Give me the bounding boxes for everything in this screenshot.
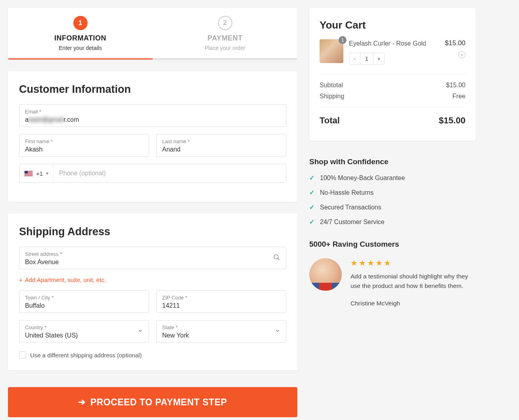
progress-bar bbox=[8, 58, 297, 59]
customer-info-card: Customer Information Email * akash@gmail… bbox=[8, 71, 297, 202]
testimonial-section: 5000+ Raving Customers ★★★★★ Add a testi… bbox=[309, 240, 476, 307]
qty-value: 1 bbox=[360, 53, 373, 64]
first-name-label: First name * bbox=[25, 138, 143, 144]
step-subtitle: Place your order bbox=[157, 45, 293, 51]
email-blurred: kash@gmail bbox=[29, 116, 63, 123]
shipping-heading: Shipping Address bbox=[19, 226, 286, 238]
city-label: Town / City * bbox=[25, 295, 143, 301]
add-apartment-label: Add Apartment, suite, unit, etc. bbox=[25, 276, 106, 283]
confidence-item: ✓ Secured Transactions bbox=[309, 203, 476, 211]
remove-item-button[interactable]: ✕ bbox=[458, 51, 465, 58]
street-wrapper[interactable]: Street address * bbox=[19, 247, 286, 269]
last-name-wrapper[interactable]: Last name * bbox=[156, 134, 286, 157]
confidence-heading: Shop with Confidence bbox=[309, 157, 476, 166]
street-field[interactable] bbox=[25, 259, 280, 266]
zip-label: ZIP Code * bbox=[162, 295, 280, 301]
confidence-item: ✓ 24/7 Customer Service bbox=[309, 218, 476, 226]
close-icon: ✕ bbox=[460, 53, 463, 57]
confidence-text: Secured Transactions bbox=[320, 204, 381, 211]
step-information[interactable]: 1 INFORMATION Enter your details bbox=[8, 8, 153, 58]
checkout-steps: 1 INFORMATION Enter your details 2 PAYME… bbox=[8, 8, 297, 59]
check-icon: ✓ bbox=[309, 218, 314, 226]
confidence-item: ✓ No-Hassle Returns bbox=[309, 189, 476, 196]
confidence-section: Shop with Confidence ✓ 100% Money-Back G… bbox=[309, 157, 476, 226]
check-icon: ✓ bbox=[309, 174, 314, 182]
check-icon: ✓ bbox=[309, 203, 314, 211]
testimonial-author: Christine McVeigh bbox=[350, 300, 476, 307]
product-price: $15.00 bbox=[445, 39, 465, 47]
different-address-row: Use a different shipping address (option… bbox=[19, 351, 286, 359]
last-name-field[interactable] bbox=[162, 146, 280, 153]
confidence-text: 100% Money-Back Guarantee bbox=[320, 175, 405, 182]
different-address-checkbox[interactable] bbox=[19, 351, 26, 359]
arrow-right-icon: ➔ bbox=[78, 397, 86, 407]
cart-card: Your Cart 1 Eyelash Curler - Rose Gold -… bbox=[309, 8, 476, 141]
last-name-label: Last name * bbox=[162, 138, 280, 144]
city-field[interactable] bbox=[25, 302, 143, 309]
state-select[interactable]: New York bbox=[162, 332, 280, 339]
zip-wrapper[interactable]: ZIP Code * bbox=[156, 290, 286, 313]
phone-country-code: +1 bbox=[36, 170, 43, 177]
qty-plus-button[interactable]: + bbox=[373, 53, 384, 64]
first-name-field[interactable] bbox=[25, 146, 143, 153]
phone-country-selector[interactable]: +1 ▾ bbox=[19, 165, 54, 182]
zip-field[interactable] bbox=[162, 302, 280, 309]
city-wrapper[interactable]: Town / City * bbox=[19, 290, 149, 313]
shipping-label: Shipping bbox=[320, 93, 344, 100]
chevron-down-icon bbox=[275, 328, 280, 335]
phone-field[interactable] bbox=[54, 164, 286, 182]
step-number: 2 bbox=[218, 16, 232, 30]
qty-minus-button[interactable]: - bbox=[349, 53, 360, 64]
step-title: PAYMENT bbox=[157, 34, 293, 42]
email-suffix: r.com bbox=[63, 116, 79, 123]
flag-icon bbox=[24, 171, 33, 176]
email-prefix: a bbox=[25, 116, 29, 123]
cart-totals: Subtotal $15.00 Shipping Free Total $15.… bbox=[320, 82, 465, 126]
plus-icon: + bbox=[19, 276, 23, 283]
cart-item: 1 Eyelash Curler - Rose Gold - 1 + $15.0… bbox=[320, 39, 465, 74]
total-label: Total bbox=[320, 115, 340, 126]
shipping-address-card: Shipping Address Street address * + Add … bbox=[8, 214, 297, 370]
country-wrapper[interactable]: Country * United States (US) bbox=[19, 320, 149, 343]
email-label: Email * bbox=[25, 109, 280, 115]
chevron-down-icon bbox=[138, 328, 143, 335]
total-value: $15.00 bbox=[439, 115, 465, 126]
testimonial-heading: 5000+ Raving Customers bbox=[309, 240, 476, 249]
subtotal-label: Subtotal bbox=[320, 82, 343, 89]
star-rating: ★★★★★ bbox=[350, 258, 476, 268]
step-subtitle: Enter your details bbox=[12, 45, 149, 51]
country-select[interactable]: United States (US) bbox=[25, 332, 143, 339]
email-field[interactable]: akash@gmailr.com bbox=[25, 116, 280, 123]
quantity-stepper: - 1 + bbox=[349, 53, 385, 65]
testimonial-text: Add a testimonial should highlight why t… bbox=[350, 272, 476, 290]
product-thumbnail: 1 bbox=[320, 39, 343, 63]
first-name-wrapper[interactable]: First name * bbox=[19, 134, 149, 157]
chevron-down-icon: ▾ bbox=[46, 171, 48, 176]
quantity-badge: 1 bbox=[339, 36, 347, 44]
svg-line-1 bbox=[278, 258, 280, 260]
confidence-item: ✓ 100% Money-Back Guarantee bbox=[309, 174, 476, 182]
avatar bbox=[309, 258, 342, 291]
state-label: State * bbox=[162, 324, 280, 330]
add-apartment-link[interactable]: + Add Apartment, suite, unit, etc. bbox=[19, 276, 106, 283]
step-payment[interactable]: 2 PAYMENT Place your order bbox=[153, 8, 297, 58]
search-icon bbox=[273, 254, 280, 263]
shipping-value: Free bbox=[452, 93, 465, 100]
confidence-text: No-Hassle Returns bbox=[320, 189, 373, 196]
confidence-text: 24/7 Customer Service bbox=[320, 219, 385, 226]
check-icon: ✓ bbox=[309, 189, 314, 196]
cart-heading: Your Cart bbox=[320, 19, 465, 31]
email-field-wrapper[interactable]: Email * akash@gmailr.com bbox=[19, 104, 286, 127]
proceed-label: PROCEED TO PAYMENT STEP bbox=[90, 397, 227, 408]
phone-field-wrapper: +1 ▾ bbox=[19, 164, 286, 183]
street-label: Street address * bbox=[25, 251, 280, 257]
step-number: 1 bbox=[73, 16, 88, 30]
svg-point-0 bbox=[274, 255, 278, 259]
proceed-button[interactable]: ➔ PROCEED TO PAYMENT STEP bbox=[8, 387, 297, 417]
subtotal-value: $15.00 bbox=[446, 82, 465, 89]
customer-heading: Customer Information bbox=[19, 83, 286, 96]
state-wrapper[interactable]: State * New York bbox=[156, 320, 286, 343]
country-label: Country * bbox=[25, 324, 143, 330]
step-title: INFORMATION bbox=[12, 34, 149, 42]
different-address-label: Use a different shipping address (option… bbox=[30, 352, 142, 359]
